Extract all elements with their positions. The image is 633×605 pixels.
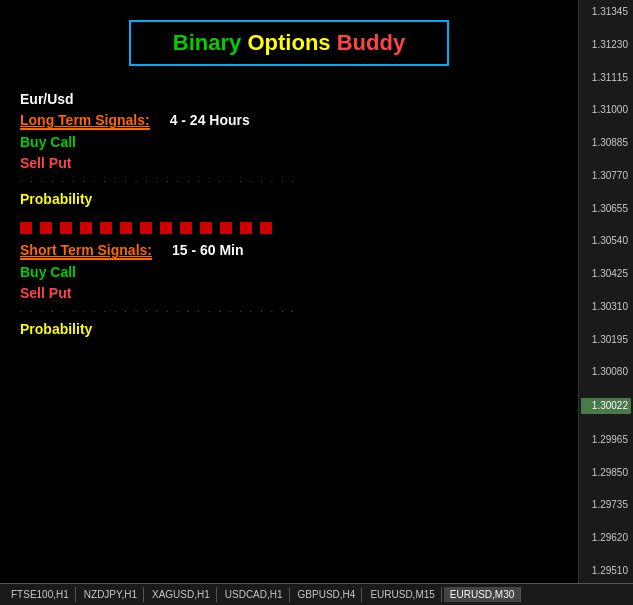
title-box: Binary Options Buddy	[129, 20, 449, 66]
taskbar-item-xagusd[interactable]: XAGUSD,H1	[146, 587, 217, 602]
price-1115: 1.31115	[581, 71, 631, 85]
red-square-12	[240, 222, 252, 234]
title-options: Options	[247, 30, 330, 55]
taskbar-item-nzdjpy[interactable]: NZDJPY,H1	[78, 587, 144, 602]
price-axis: 1.31345 1.31230 1.31115 1.31000 1.30885 …	[578, 0, 633, 583]
short-term-sell-put: Sell Put	[20, 285, 71, 301]
red-square-5	[100, 222, 112, 234]
chart-area: Binary Options Buddy Eur/Usd Long Term S…	[0, 0, 633, 583]
short-term-section: Short Term Signals: 15 - 60 Min Buy Call…	[20, 242, 558, 337]
currency-label: Eur/Usd	[20, 91, 558, 107]
price-0022-highlighted: 1.30022	[581, 398, 631, 414]
red-square-4	[80, 222, 92, 234]
long-term-header-row: Long Term Signals: 4 - 24 Hours	[20, 112, 558, 130]
red-square-2	[40, 222, 52, 234]
long-term-sell-put: Sell Put	[20, 155, 71, 171]
red-square-11	[220, 222, 232, 234]
red-square-10	[200, 222, 212, 234]
price-1345: 1.31345	[581, 5, 631, 19]
title-buddy: Buddy	[337, 30, 405, 55]
taskbar-item-usdcad[interactable]: USDCAD,H1	[219, 587, 290, 602]
title-wrapper: Binary Options Buddy	[20, 10, 558, 81]
long-term-section: Long Term Signals: 4 - 24 Hours Buy Call…	[20, 112, 558, 207]
price-9735: 1.29735	[581, 498, 631, 512]
red-square-3	[60, 222, 72, 234]
long-term-divider: · · · · · · · · · · · · · · · · · · · · …	[20, 177, 558, 186]
price-9965: 1.29965	[581, 433, 631, 447]
title-binary: Binary	[173, 30, 241, 55]
short-term-probability: Probability	[20, 321, 558, 337]
long-term-signals-label: Long Term Signals:	[20, 112, 150, 130]
short-term-buy-row: Buy Call	[20, 263, 558, 281]
long-term-probability: Probability	[20, 191, 558, 207]
price-9620: 1.29620	[581, 531, 631, 545]
short-term-signals-label: Short Term Signals:	[20, 242, 152, 260]
taskbar-item-ftse[interactable]: FTSE100,H1	[5, 587, 76, 602]
short-term-timeframe: 15 - 60 Min	[172, 242, 244, 258]
price-0425: 1.30425	[581, 267, 631, 281]
red-square-9	[180, 222, 192, 234]
red-squares-row	[20, 222, 558, 234]
price-1230: 1.31230	[581, 38, 631, 52]
short-term-buy-call: Buy Call	[20, 264, 76, 280]
short-term-divider: · · · · · · · · · · · · · · · · · · · · …	[20, 307, 558, 316]
long-term-timeframe: 4 - 24 Hours	[170, 112, 250, 128]
price-0770: 1.30770	[581, 169, 631, 183]
long-term-sell-row: Sell Put	[20, 154, 558, 172]
long-term-buy-call: Buy Call	[20, 134, 76, 150]
taskbar-item-eurusd-m30[interactable]: EURUSD,M30	[444, 587, 521, 602]
red-square-6	[120, 222, 132, 234]
red-square-8	[160, 222, 172, 234]
short-term-header-row: Short Term Signals: 15 - 60 Min	[20, 242, 558, 260]
price-0655: 1.30655	[581, 202, 631, 216]
taskbar: FTSE100,H1 NZDJPY,H1 XAGUSD,H1 USDCAD,H1…	[0, 583, 633, 605]
price-0885: 1.30885	[581, 136, 631, 150]
taskbar-item-gbpusd[interactable]: GBPUSD,H4	[292, 587, 363, 602]
price-0195: 1.30195	[581, 333, 631, 347]
main-content: Binary Options Buddy Eur/Usd Long Term S…	[0, 0, 633, 605]
long-term-buy-row: Buy Call	[20, 133, 558, 151]
price-0310: 1.30310	[581, 300, 631, 314]
app-title: Binary Options Buddy	[173, 30, 405, 55]
red-square-13	[260, 222, 272, 234]
short-term-sell-row: Sell Put	[20, 284, 558, 302]
taskbar-item-eurusd-m15[interactable]: EURUSD,M15	[364, 587, 441, 602]
overlay-panel: Binary Options Buddy Eur/Usd Long Term S…	[0, 0, 578, 583]
red-square-1	[20, 222, 32, 234]
price-9510: 1.29510	[581, 564, 631, 578]
price-9850: 1.29850	[581, 466, 631, 480]
red-square-7	[140, 222, 152, 234]
price-1000: 1.31000	[581, 103, 631, 117]
price-0080: 1.30080	[581, 365, 631, 379]
price-0540: 1.30540	[581, 234, 631, 248]
